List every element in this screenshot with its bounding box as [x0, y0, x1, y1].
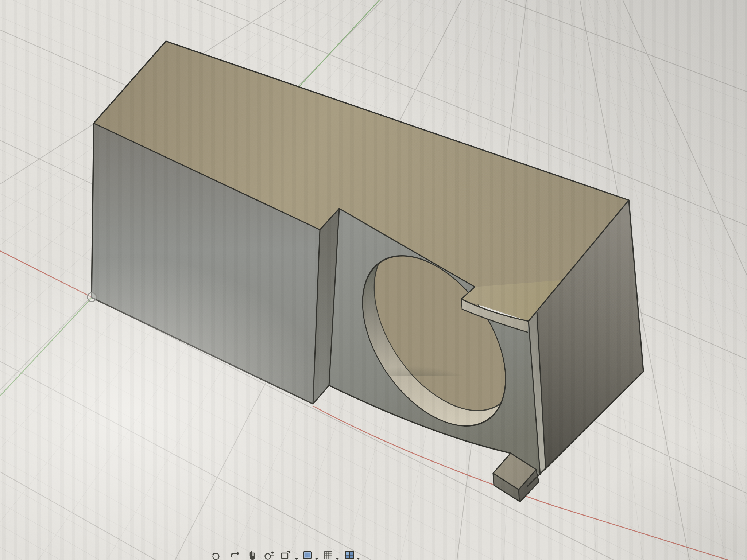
viewports-icon [345, 552, 353, 559]
display-settings-icon [303, 552, 311, 559]
zoom-button[interactable] [264, 550, 274, 560]
grid-snaps-button[interactable] [323, 550, 333, 560]
fit-button[interactable] [280, 550, 290, 560]
caret-down-icon [315, 558, 318, 560]
orbit-button[interactable] [211, 550, 221, 560]
fit-dropdown[interactable] [293, 555, 300, 560]
viewports-button[interactable] [344, 550, 355, 560]
look-at-icon [231, 552, 239, 557]
orbit-icon [213, 553, 219, 560]
display-settings-dropdown[interactable] [313, 555, 320, 560]
caret-down-icon [295, 558, 298, 560]
pan-button[interactable] [248, 550, 258, 560]
caret-down-icon [336, 558, 339, 560]
display-settings-button[interactable] [302, 550, 313, 560]
zoom-icon [265, 552, 274, 559]
viewports-dropdown[interactable] [355, 555, 362, 560]
fit-icon [282, 552, 290, 559]
grid-snaps-icon [325, 552, 332, 559]
grid-snaps-dropdown[interactable] [334, 555, 341, 560]
caret-down-icon [357, 558, 360, 560]
navigation-toolbar [0, 0, 747, 560]
pan-hand-icon [250, 552, 255, 560]
look-at-button[interactable] [229, 550, 239, 560]
